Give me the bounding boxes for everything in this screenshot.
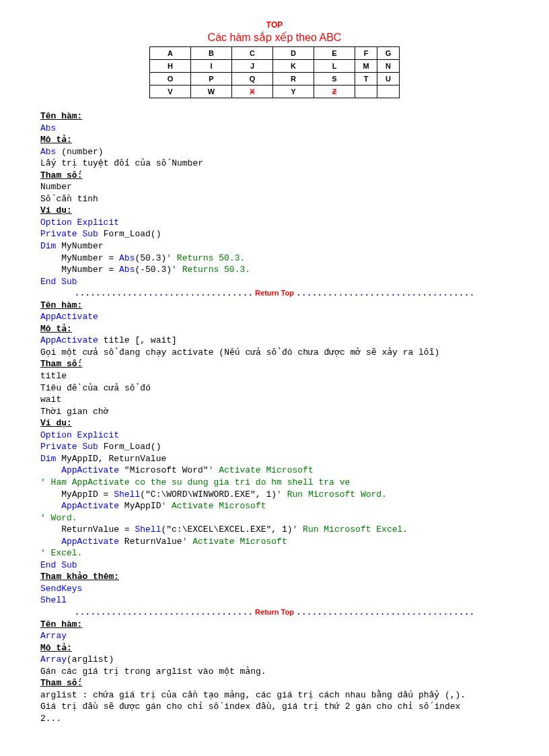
label-mo-ta: Mô tả: — [40, 642, 509, 654]
label-vi-du: Ví dụ: — [40, 417, 509, 429]
param-name: Number — [40, 181, 509, 193]
param-text: 2... — [40, 713, 509, 725]
alpha-link-t[interactable]: T — [355, 73, 377, 85]
alpha-link-v[interactable]: V — [150, 85, 191, 98]
code-line: MyAppID = Shell("C:\WORD\WINWORD.EXE", 1… — [40, 489, 509, 501]
func-desc: Gọi một cửa sổ đang chạy activate (Nếu c… — [40, 347, 509, 359]
alpha-link-c[interactable]: C — [232, 47, 273, 60]
alpha-link-d[interactable]: D — [273, 47, 314, 60]
alpha-link-b[interactable]: B — [191, 47, 232, 60]
alpha-link-h[interactable]: H — [150, 60, 191, 73]
code-line: Dim MyAppID, ReturnValue — [40, 453, 509, 465]
see-also-link[interactable]: SendKeys — [40, 583, 509, 595]
label-mo-ta: Mô tả: — [40, 323, 509, 335]
param-text: arglist : chứa giá trị của cần tạo mảng,… — [40, 689, 509, 701]
alpha-empty — [377, 85, 400, 98]
alpha-link-i[interactable]: I — [191, 60, 232, 73]
separator: .................................. Retur… — [40, 287, 509, 300]
param-desc: Số cần tính — [40, 193, 509, 205]
func-desc: Gán các giá trị trong arglist vào một mả… — [40, 666, 509, 678]
top-link[interactable]: TOP — [40, 20, 509, 30]
func-sig: AppActivate title [, wait] — [40, 335, 509, 347]
page-title: Các hàm sắp xếp theo ABC — [40, 31, 509, 44]
func-name-abs: Abs — [40, 123, 509, 135]
label-tham-khao: Tham khảo thêm: — [40, 571, 509, 583]
code-line: End Sub — [40, 276, 509, 288]
code-line: Option Explicit — [40, 217, 509, 229]
param-desc: Thời gian chờ — [40, 406, 509, 418]
code-line: MyNumber = Abs(-50.3)' Returns 50.3. — [40, 264, 509, 276]
alpha-link-g[interactable]: G — [377, 47, 400, 60]
code-line: MyNumber = Abs(50.3)' Returns 50.3. — [40, 252, 509, 265]
label-mo-ta: Mô tả: — [40, 134, 509, 146]
alpha-link-r[interactable]: R — [273, 73, 314, 85]
main-content: Tên hàm: Abs Mô tả: Abs (number) Lấy trị… — [40, 110, 509, 724]
label-tham-so: Tham số: — [40, 170, 509, 182]
func-sig: Array(arglist) — [40, 654, 509, 666]
code-line: AppActivate MyAppID' Activate Microsoft — [40, 500, 509, 512]
alpha-link-m[interactable]: M — [355, 60, 377, 73]
alphabet-nav-table: ABCDEFGHIJKLMNOPQRSTUVWXYZ — [149, 46, 400, 98]
label-ten-ham: Tên hàm: — [40, 619, 509, 631]
func-desc: Lấy trị tuyệt đối của số Number — [40, 158, 509, 170]
alpha-link-e[interactable]: E — [314, 47, 355, 60]
label-ten-ham: Tên hàm: — [40, 110, 509, 123]
alpha-link-y[interactable]: Y — [273, 85, 314, 98]
alpha-link-n[interactable]: N — [377, 60, 400, 73]
label-vi-du: Ví dụ: — [40, 205, 509, 217]
code-line: Dim MyNumber — [40, 240, 509, 252]
alpha-empty — [355, 85, 377, 98]
alpha-link-s[interactable]: S — [314, 73, 355, 85]
func-sig: Abs (number) — [40, 146, 509, 158]
alpha-link-w[interactable]: W — [191, 85, 232, 98]
code-line: AppActivate ReturnValue' Activate Micros… — [40, 536, 509, 548]
func-name-array: Array — [40, 630, 509, 642]
return-top-link[interactable]: Return Top — [253, 608, 296, 616]
alpha-link-p[interactable]: P — [191, 73, 232, 85]
code-line: Option Explicit — [40, 429, 509, 442]
param-name: title — [40, 370, 509, 382]
return-top-link[interactable]: Return Top — [253, 289, 296, 297]
alpha-link-a[interactable]: A — [150, 47, 191, 60]
code-line: ' Ham AppActivate co the su dung gia tri… — [40, 477, 509, 489]
separator: .................................. Retur… — [40, 607, 509, 619]
func-name-appactivate: AppActivate — [40, 311, 509, 323]
code-line: End Sub — [40, 559, 509, 572]
code-line: ReturnValue = Shell("c:\EXCEL\EXCEL.EXE"… — [40, 524, 509, 536]
code-line: Private Sub Form_Load() — [40, 228, 509, 240]
alpha-link-z[interactable]: Z — [314, 85, 355, 98]
param-name: wait — [40, 394, 509, 406]
label-tham-so: Tham số: — [40, 358, 509, 370]
alpha-link-q[interactable]: Q — [232, 73, 273, 85]
param-text: Giá trị đầu sẽ được gán cho chỉ số index… — [40, 701, 509, 713]
alpha-link-f[interactable]: F — [355, 47, 377, 60]
alpha-link-j[interactable]: J — [232, 60, 273, 73]
alpha-link-l[interactable]: L — [314, 60, 355, 73]
code-line: AppActivate "Microsoft Word"' Activate M… — [40, 465, 509, 477]
code-line: ' Excel. — [40, 547, 509, 559]
label-tham-so: Tham số: — [40, 677, 509, 689]
label-ten-ham: Tên hàm: — [40, 300, 509, 312]
see-also-link[interactable]: Shell — [40, 594, 509, 607]
alpha-link-o[interactable]: O — [150, 73, 191, 85]
alpha-link-x[interactable]: X — [232, 85, 273, 98]
code-line: ' Word. — [40, 512, 509, 524]
param-desc: Tiêu đề của cửa sổ đó — [40, 382, 509, 394]
alpha-link-u[interactable]: U — [377, 73, 400, 85]
code-line: Private Sub Form_Load() — [40, 441, 509, 453]
alpha-link-k[interactable]: K — [273, 60, 314, 73]
